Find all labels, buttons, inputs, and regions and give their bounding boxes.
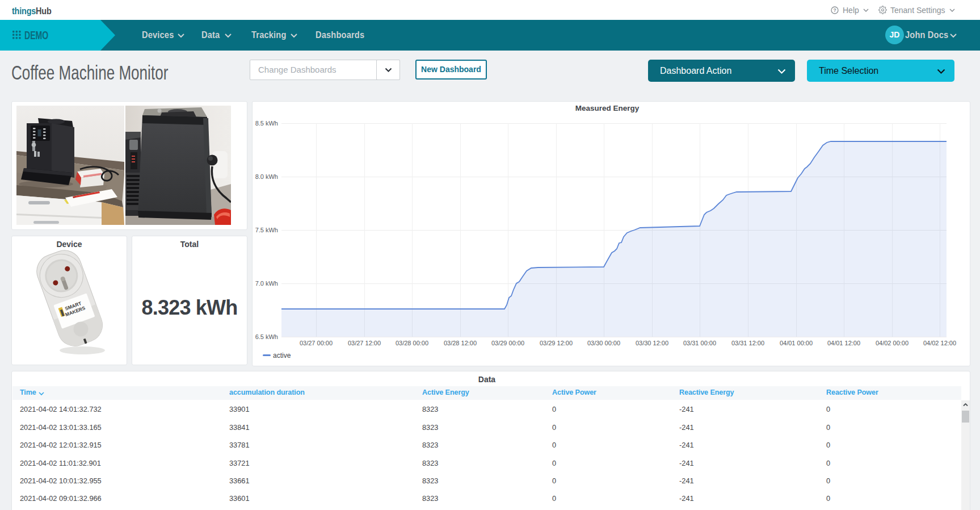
svg-text:03/30 12:00: 03/30 12:00 xyxy=(636,340,668,346)
svg-text:03/28 00:00: 03/28 00:00 xyxy=(396,340,428,346)
svg-text:04/01 12:00: 04/01 12:00 xyxy=(827,340,860,346)
svg-text:03/31 12:00: 03/31 12:00 xyxy=(731,340,764,346)
svg-text:03/31 00:00: 03/31 00:00 xyxy=(683,340,716,346)
svg-text:03/27 12:00: 03/27 12:00 xyxy=(348,340,381,346)
svg-text:03/27 00:00: 03/27 00:00 xyxy=(300,340,333,346)
svg-text:8.0 kWh: 8.0 kWh xyxy=(255,173,278,180)
svg-text:03/29 00:00: 03/29 00:00 xyxy=(491,340,524,346)
svg-text:6.5 kWh: 6.5 kWh xyxy=(255,333,278,340)
svg-text:03/29 12:00: 03/29 12:00 xyxy=(540,340,573,346)
svg-text:active: active xyxy=(273,352,291,359)
svg-text:8.5 kWh: 8.5 kWh xyxy=(255,120,278,127)
svg-text:7.5 kWh: 7.5 kWh xyxy=(255,227,278,233)
svg-text:03/28 12:00: 03/28 12:00 xyxy=(444,340,477,346)
svg-text:04/02 12:00: 04/02 12:00 xyxy=(923,340,956,346)
svg-text:?: ? xyxy=(833,7,836,13)
svg-text:7.0 kWh: 7.0 kWh xyxy=(255,280,278,287)
svg-text:04/02 00:00: 04/02 00:00 xyxy=(876,340,909,346)
svg-text:04/01 00:00: 04/01 00:00 xyxy=(780,340,813,346)
svg-text:03/30 00:00: 03/30 00:00 xyxy=(587,340,620,346)
